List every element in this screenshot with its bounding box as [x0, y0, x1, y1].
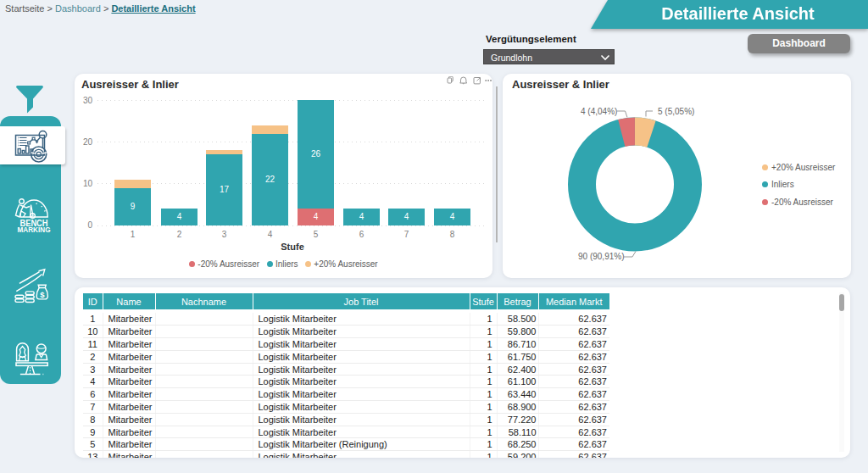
svg-text:$: $ [40, 290, 45, 299]
svg-text:MARKING: MARKING [18, 225, 51, 234]
